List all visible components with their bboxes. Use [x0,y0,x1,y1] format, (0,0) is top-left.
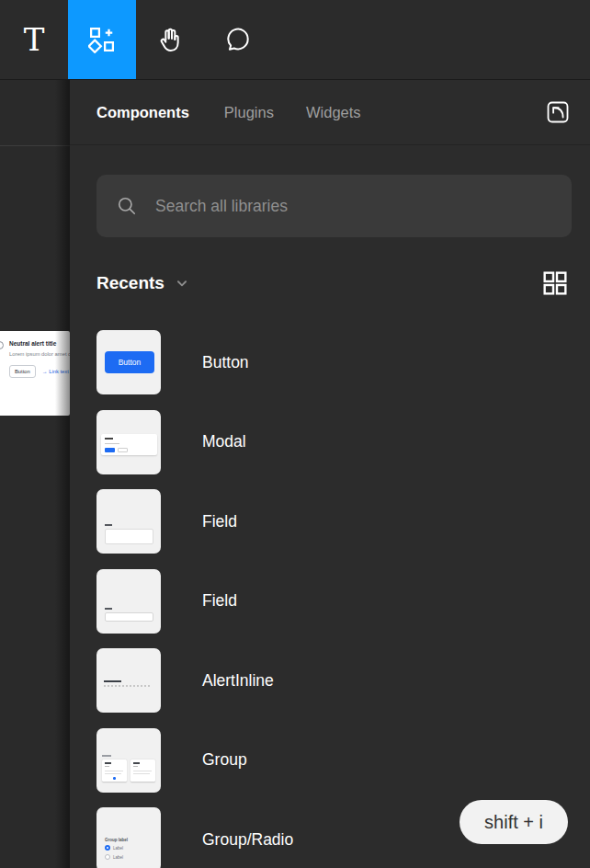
item-label: AlertInline [202,671,274,691]
grid-view-icon [540,268,570,298]
tab-plugins[interactable]: Plugins [224,104,274,121]
mini-group-heading [102,755,111,757]
canvas-area[interactable]: Neutral alert title Lorem ipsum dolor am… [0,80,70,868]
list-item-modal[interactable]: Modal [96,403,590,483]
comment-icon [223,25,253,54]
alert-button: Button [9,365,36,378]
radio-unselected-icon [105,854,110,860]
mini-field-input [105,612,153,622]
radio-selected-icon [105,845,110,851]
mini-button: Button [105,351,154,373]
recents-header: Recents [96,268,570,298]
detach-arrow-icon [545,99,571,125]
toolbar: T [0,0,590,80]
item-label: Group [202,750,247,770]
thumbnail-group [96,728,161,793]
list-item-field-2[interactable]: Field [96,562,590,642]
comment-tool-button[interactable] [204,0,272,79]
list-item-field[interactable]: Field [96,482,590,562]
item-label: Field [202,591,237,611]
grid-view-button[interactable] [540,268,570,298]
search-bar[interactable] [96,175,572,237]
thumbnail-button: Button [96,330,161,394]
item-label: Modal [202,432,246,451]
item-label: Group/Radio [202,830,293,850]
mini-field-label [105,524,112,526]
hand-tool-button[interactable] [136,0,204,79]
mini-radio-option: Label [105,845,123,851]
text-tool-icon: T [24,24,45,55]
recents-label[interactable]: Recents [96,273,165,293]
mini-radio-heading: Group label [105,838,128,842]
mini-alert-title [104,680,121,682]
item-label: Button [202,353,249,372]
components-icon [88,26,116,53]
mini-modal [101,434,157,455]
search-input[interactable] [155,197,551,216]
panel-tab-bar: Components Plugins Widgets [70,80,590,145]
list-item-button[interactable]: Button Button [96,323,590,403]
components-tool-button[interactable] [68,0,136,79]
mini-card [102,760,127,782]
mini-field-label [105,608,112,610]
mini-alert-line [104,685,152,687]
thumbnail-field [96,489,161,554]
keyboard-shortcut-badge: shift + i [460,800,568,844]
panel-shadow [55,80,70,868]
thumbnail-group-radio: Group label Label Label [96,807,161,868]
item-label: Field [202,512,237,531]
list-item-alertinline[interactable]: AlertInline [96,641,590,721]
thumbnail-field [96,569,161,634]
search-icon [117,196,137,216]
tab-components[interactable]: Components [96,104,189,121]
text-tool-button[interactable]: T [0,0,68,79]
hand-icon [155,25,185,54]
component-list: Button Button Modal Field [96,323,590,868]
mini-field-input [105,529,153,544]
components-panel: Components Plugins Widgets Recents [70,80,590,868]
list-item-group[interactable]: Group [96,721,590,801]
mini-radio-option: Label [105,854,123,860]
thumbnail-alertinline [96,648,161,713]
mini-card [130,760,155,782]
open-panel-window-button[interactable] [544,98,572,126]
alert-info-icon [0,341,4,349]
thumbnail-modal [96,410,161,474]
tab-widgets[interactable]: Widgets [306,104,361,121]
chevron-down-icon[interactable] [176,277,188,290]
